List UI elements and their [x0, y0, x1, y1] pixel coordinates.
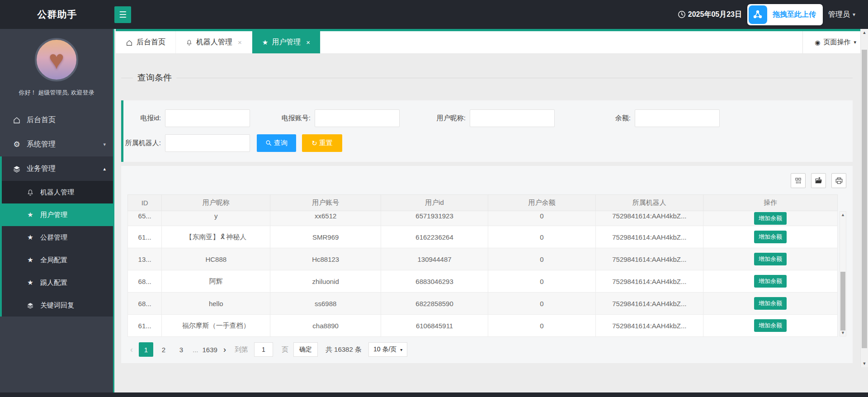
page-size-value: 10 条/页 [373, 345, 396, 354]
sidebar-item-user[interactable]: ★ 用户管理 [2, 203, 113, 226]
scroll-up-icon[interactable]: ▲ [840, 213, 846, 217]
print-button[interactable] [831, 173, 846, 188]
col-header-id[interactable]: ID [128, 195, 162, 211]
tg-account-label: 电报账号: [272, 114, 315, 123]
star-icon: ★ [26, 211, 35, 219]
cell-bot: 7529841614:AAH4kbZ... [595, 211, 703, 226]
columns-filter-button[interactable] [791, 173, 806, 188]
page-button-3[interactable]: 3 [174, 342, 189, 357]
cell-account: SMR969 [270, 226, 381, 248]
cell-id: 61... [128, 315, 162, 337]
close-icon[interactable]: × [306, 38, 310, 46]
sidebar-item-system[interactable]: ⚙ 系统管理 ▾ [0, 132, 113, 156]
search-button[interactable]: 查询 [257, 134, 296, 152]
sidebar-item-kick[interactable]: ★ 踢人配置 [2, 271, 113, 294]
gear-icon: ⚙ [12, 140, 21, 149]
add-balance-button[interactable]: 增加余额 [754, 319, 787, 332]
goto-page-input[interactable] [254, 342, 273, 357]
reset-button-label: 重置 [319, 139, 333, 147]
tab-user[interactable]: ★ 用户管理 × [252, 31, 321, 53]
goto-confirm-button[interactable]: 确定 [293, 342, 318, 357]
sidebar: ♥ 你好！ 超级管理员, 欢迎登录 后台首页 ⚙ 系统管理 ▾ 业务管理 ▴ [0, 29, 114, 392]
cell-id: 68... [128, 270, 162, 293]
col-header-nickname[interactable]: 用户昵称 [162, 195, 270, 211]
total-count-label: 共 16382 条 [326, 345, 362, 354]
refresh-icon: ↻ [311, 139, 317, 147]
next-page-icon[interactable]: › [221, 345, 229, 354]
home-icon [12, 115, 21, 124]
export-icon [815, 177, 823, 185]
hamburger-icon: ☰ [119, 10, 127, 19]
scroll-down-icon[interactable]: ▼ [861, 361, 868, 366]
reset-button[interactable]: ↻ 重置 [302, 134, 342, 152]
avatar[interactable]: ♥ [35, 38, 78, 81]
heart-icon: ♥ [49, 47, 64, 73]
sidebar-item-global[interactable]: ★ 全局配置 [2, 249, 113, 271]
table-scrollbar[interactable]: ▲ ▼ [840, 211, 846, 336]
cell-nickname: hello [162, 293, 270, 315]
col-header-actions[interactable]: 操作 [703, 195, 837, 211]
cell-balance: 0 [488, 315, 596, 337]
sidebar-item-label: 公群管理 [40, 233, 67, 242]
page-button-last[interactable]: 1639 [203, 342, 217, 357]
page-button-1[interactable]: 1 [139, 342, 153, 357]
tg-id-label: 电报id: [123, 114, 165, 123]
sidebar-item-label: 业务管理 [27, 164, 56, 174]
add-balance-button[interactable]: 增加余额 [754, 275, 787, 288]
sidebar-item-label: 用户管理 [40, 211, 67, 219]
add-balance-button[interactable]: 增加余额 [754, 253, 787, 265]
col-header-bot[interactable]: 所属机器人 [595, 195, 703, 211]
add-balance-button[interactable]: 增加余额 [754, 212, 787, 225]
sidebar-group-business: 业务管理 ▴ 机器人管理 ★ 用户管理 ★ 公群管理 [0, 156, 113, 317]
page-button-2[interactable]: 2 [156, 342, 171, 357]
col-header-userid[interactable]: 用户id [381, 195, 488, 211]
col-header-account[interactable]: 用户账号 [270, 195, 381, 211]
page-scrollbar[interactable]: ▲ ▼ [860, 29, 868, 367]
sidebar-item-business[interactable]: 业务管理 ▴ [2, 156, 113, 181]
chevron-down-icon: ▾ [400, 347, 402, 352]
close-icon[interactable]: × [238, 38, 242, 46]
tab-robot[interactable]: 机器人管理 × [176, 31, 252, 53]
main-content: 后台首页 机器人管理 × ★ 用户管理 × ◉ 页面操作 ▾ 查询条件 电报id… [116, 29, 868, 392]
user-menu[interactable]: 管理员 ▾ [828, 10, 855, 19]
sidebar-item-group[interactable]: ★ 公群管理 [2, 226, 113, 249]
tg-id-input[interactable] [165, 109, 250, 127]
table-panel: ID 用户昵称 用户账号 用户id 用户余额 所属机器人 操作 65... [121, 166, 853, 363]
sidebar-item-robot[interactable]: 机器人管理 [2, 181, 113, 203]
scroll-up-icon[interactable]: ▲ [861, 30, 868, 35]
balance-input[interactable] [635, 109, 720, 127]
scroll-down-icon[interactable]: ▼ [840, 331, 846, 335]
tab-bar: 后台首页 机器人管理 × ★ 用户管理 × ◉ 页面操作 ▾ [116, 29, 868, 54]
prev-page-icon[interactable]: ‹ [127, 345, 136, 354]
bell-icon [26, 188, 35, 196]
cell-userid: 6571931923 [381, 211, 488, 226]
sidebar-item-label: 踢人配置 [40, 279, 67, 287]
tab-label: 后台首页 [137, 38, 165, 47]
export-button[interactable] [811, 173, 826, 188]
hamburger-menu-button[interactable]: ☰ [114, 6, 131, 23]
printer-icon [835, 177, 843, 185]
cell-balance: 0 [488, 211, 596, 226]
bot-input[interactable] [165, 134, 250, 152]
page-operations-dropdown[interactable]: ◉ 页面操作 ▾ [802, 31, 868, 53]
greeting-text: 你好！ 超级管理员, 欢迎登录 [0, 89, 113, 97]
col-header-balance[interactable]: 用户余额 [488, 195, 596, 211]
page-operations-label: 页面操作 [823, 38, 850, 47]
nickname-input[interactable] [470, 109, 555, 127]
footer-bar [0, 392, 868, 397]
table-scrollbar-thumb[interactable] [840, 272, 845, 331]
cell-account: xx6512 [270, 211, 381, 226]
upload-dropzone[interactable]: 拖拽至此上传 [747, 4, 823, 25]
page-scrollbar-thumb[interactable] [862, 50, 867, 348]
page-size-select[interactable]: 10 条/页 ▾ [368, 342, 407, 357]
cell-userid: 6162236264 [381, 226, 488, 248]
chevron-up-icon: ▴ [103, 166, 106, 172]
tab-home[interactable]: 后台首页 [116, 31, 176, 53]
sidebar-item-home[interactable]: 后台首页 [0, 108, 113, 132]
add-balance-button[interactable]: 增加余额 [754, 231, 787, 243]
add-balance-button[interactable]: 增加余额 [754, 297, 787, 310]
tg-account-input[interactable] [315, 109, 400, 127]
cell-balance: 0 [488, 293, 596, 315]
star-icon: ★ [26, 256, 35, 264]
sidebar-item-keyword[interactable]: 关键词回复 [2, 294, 113, 317]
